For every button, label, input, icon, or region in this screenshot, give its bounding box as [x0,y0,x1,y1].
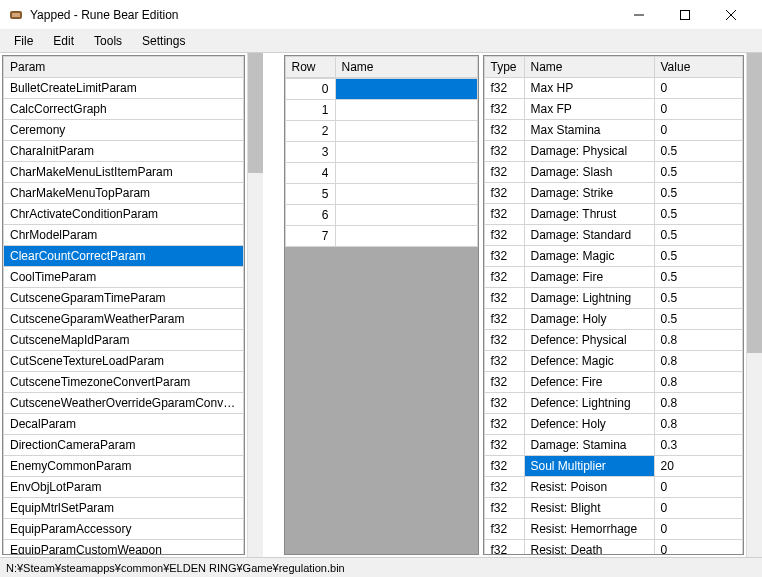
param-row[interactable]: ChrModelParam [4,225,244,246]
field-row[interactable]: f32Damage: Holy0.5 [484,309,743,330]
close-button[interactable] [708,0,754,30]
field-type-cell[interactable]: f32 [484,519,524,540]
field-row[interactable]: f32Max Stamina0 [484,120,743,141]
param-cell[interactable]: EquipParamCustomWeapon [4,540,244,556]
param-cell[interactable]: CutsceneTimezoneConvertParam [4,372,244,393]
field-value-cell[interactable]: 0 [654,540,743,556]
row-row[interactable]: 7 [285,226,477,247]
field-row[interactable]: f32Damage: Standard0.5 [484,225,743,246]
field-type-cell[interactable]: f32 [484,330,524,351]
param-row[interactable]: EnemyCommonParam [4,456,244,477]
param-row[interactable]: EnvObjLotParam [4,477,244,498]
field-value-cell[interactable]: 0.5 [654,225,743,246]
row-name-cell[interactable] [335,100,477,121]
fields-header-value[interactable]: Value [654,57,743,78]
param-row[interactable]: CutsceneGparamWeatherParam [4,309,244,330]
field-type-cell[interactable]: f32 [484,183,524,204]
param-cell[interactable]: CharMakeMenuListItemParam [4,162,244,183]
param-cell[interactable]: EnvObjLotParam [4,477,244,498]
field-name-cell[interactable]: Damage: Strike [524,183,654,204]
field-type-cell[interactable]: f32 [484,99,524,120]
param-row[interactable]: DirectionCameraParam [4,435,244,456]
field-name-cell[interactable]: Resist: Blight [524,498,654,519]
row-row[interactable]: 5 [285,184,477,205]
param-row[interactable]: CutsceneTimezoneConvertParam [4,372,244,393]
field-value-cell[interactable]: 0.8 [654,351,743,372]
field-value-cell[interactable]: 0.3 [654,435,743,456]
field-value-cell[interactable]: 0 [654,99,743,120]
field-type-cell[interactable]: f32 [484,393,524,414]
param-cell[interactable]: Ceremony [4,120,244,141]
field-type-cell[interactable]: f32 [484,246,524,267]
field-value-cell[interactable]: 0 [654,519,743,540]
field-name-cell[interactable]: Damage: Thrust [524,204,654,225]
field-row[interactable]: f32Damage: Fire0.5 [484,267,743,288]
field-type-cell[interactable]: f32 [484,540,524,556]
field-row[interactable]: f32Defence: Physical0.8 [484,330,743,351]
param-cell[interactable]: EquipParamAccessory [4,519,244,540]
field-type-cell[interactable]: f32 [484,162,524,183]
params-header[interactable]: Param [4,57,244,78]
field-name-cell[interactable]: Resist: Hemorrhage [524,519,654,540]
field-name-cell[interactable]: Defence: Magic [524,351,654,372]
param-row[interactable]: CutsceneWeatherOverrideGparamConvert... [4,393,244,414]
param-cell[interactable]: CutsceneGparamTimeParam [4,288,244,309]
field-row[interactable]: f32Resist: Hemorrhage0 [484,519,743,540]
field-value-cell[interactable]: 0.8 [654,330,743,351]
field-type-cell[interactable]: f32 [484,351,524,372]
field-value-cell[interactable]: 0 [654,78,743,99]
field-name-cell[interactable]: Damage: Holy [524,309,654,330]
params-scrollbar[interactable] [247,53,263,557]
row-name-cell[interactable] [335,121,477,142]
param-row[interactable]: CutSceneTextureLoadParam [4,351,244,372]
field-type-cell[interactable]: f32 [484,435,524,456]
field-type-cell[interactable]: f32 [484,78,524,99]
param-cell[interactable]: BulletCreateLimitParam [4,78,244,99]
field-name-cell[interactable]: Soul Multiplier [524,456,654,477]
field-row[interactable]: f32Defence: Lightning0.8 [484,393,743,414]
param-row[interactable]: EquipParamCustomWeapon [4,540,244,556]
field-name-cell[interactable]: Resist: Poison [524,477,654,498]
field-value-cell[interactable]: 0.5 [654,162,743,183]
row-row[interactable]: 6 [285,205,477,226]
row-row[interactable]: 4 [285,163,477,184]
field-type-cell[interactable]: f32 [484,120,524,141]
menu-edit[interactable]: Edit [43,31,84,51]
field-value-cell[interactable]: 0.5 [654,141,743,162]
field-name-cell[interactable]: Defence: Lightning [524,393,654,414]
maximize-button[interactable] [662,0,708,30]
field-row[interactable]: f32Damage: Strike0.5 [484,183,743,204]
fields-header-type[interactable]: Type [484,57,524,78]
row-row[interactable]: 2 [285,121,477,142]
field-type-cell[interactable]: f32 [484,498,524,519]
row-name-cell[interactable] [335,142,477,163]
row-number-cell[interactable]: 0 [285,79,335,100]
row-row[interactable]: 0 [285,79,477,100]
row-number-cell[interactable]: 3 [285,142,335,163]
row-name-cell[interactable] [335,205,477,226]
field-type-cell[interactable]: f32 [484,267,524,288]
field-row[interactable]: f32Resist: Poison0 [484,477,743,498]
field-value-cell[interactable]: 0.5 [654,267,743,288]
field-name-cell[interactable]: Damage: Stamina [524,435,654,456]
row-name-cell[interactable] [335,226,477,247]
param-row[interactable]: CharMakeMenuListItemParam [4,162,244,183]
row-name-cell[interactable] [335,184,477,205]
field-value-cell[interactable]: 0.5 [654,183,743,204]
field-name-cell[interactable]: Max HP [524,78,654,99]
field-row[interactable]: f32Defence: Magic0.8 [484,351,743,372]
field-name-cell[interactable]: Damage: Lightning [524,288,654,309]
field-row[interactable]: f32Defence: Holy0.8 [484,414,743,435]
field-value-cell[interactable]: 0.8 [654,372,743,393]
menu-tools[interactable]: Tools [84,31,132,51]
param-cell[interactable]: EnemyCommonParam [4,456,244,477]
field-row[interactable]: f32Damage: Thrust0.5 [484,204,743,225]
field-type-cell[interactable]: f32 [484,456,524,477]
field-name-cell[interactable]: Resist: Death [524,540,654,556]
field-name-cell[interactable]: Damage: Slash [524,162,654,183]
field-value-cell[interactable]: 0.8 [654,414,743,435]
field-name-cell[interactable]: Damage: Physical [524,141,654,162]
param-cell[interactable]: ChrActivateConditionParam [4,204,244,225]
row-number-cell[interactable]: 5 [285,184,335,205]
field-type-cell[interactable]: f32 [484,225,524,246]
